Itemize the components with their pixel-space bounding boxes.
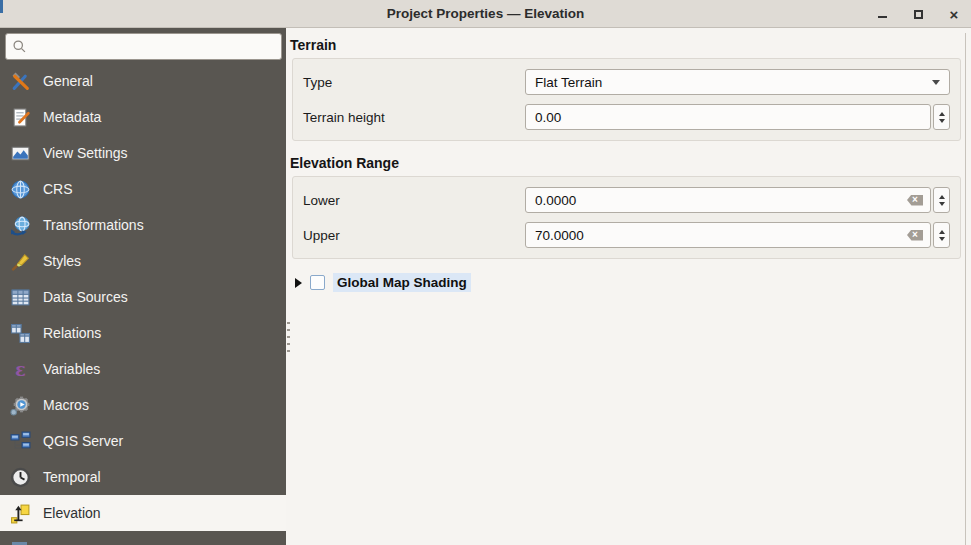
elevation-range-header: Elevation Range: [290, 155, 961, 171]
sidebar: GeneralMetadataView SettingsCRSTransform…: [0, 28, 286, 545]
clear-icon[interactable]: ×: [907, 195, 923, 206]
lower-spinner[interactable]: [933, 187, 950, 213]
sidebar-item-transformations[interactable]: Transformations: [0, 207, 286, 243]
expander-arrow-icon[interactable]: [295, 278, 302, 288]
chevron-down-icon: [932, 80, 940, 85]
maximize-button[interactable]: [907, 3, 929, 25]
minimize-icon: [878, 16, 887, 18]
sidebar-item-data-sources[interactable]: Data Sources: [0, 279, 286, 315]
upper-row: Upper ×: [303, 222, 950, 248]
terrain-type-combobox[interactable]: Flat Terrain: [525, 69, 950, 95]
sidebar-item-label: Temporal: [43, 469, 101, 485]
terrain-type-value: Flat Terrain: [535, 75, 602, 90]
server-icon: [9, 430, 31, 452]
project-properties-dialog: { "window": { "title": "Project Properti…: [0, 0, 971, 545]
lower-input[interactable]: [526, 193, 907, 208]
tools-icon: [9, 70, 31, 92]
window-controls: ×: [871, 0, 965, 28]
sidebar-item-label: Metadata: [43, 109, 101, 125]
sidebar-item-label: CRS: [43, 181, 73, 197]
epsilon-icon: ε: [9, 358, 31, 380]
search-input[interactable]: [31, 39, 275, 54]
sidebar-item-qgis-server[interactable]: QGIS Server: [0, 423, 286, 459]
sidebar-nav: GeneralMetadataView SettingsCRSTransform…: [0, 63, 286, 531]
search-icon: [12, 39, 27, 54]
sidebar-splitter-handle[interactable]: [287, 322, 290, 356]
globe-arrows-icon: [9, 214, 31, 236]
globe-icon: [9, 178, 31, 200]
elevation-range-groupbox: Lower × Upper ×: [292, 176, 961, 259]
terrain-height-spinner[interactable]: [933, 104, 950, 130]
type-control-area: Flat Terrain: [525, 69, 950, 95]
sidebar-item-metadata[interactable]: Metadata: [0, 99, 286, 135]
tables-icon: [9, 322, 31, 344]
maximize-icon: [914, 10, 923, 19]
upper-spinner[interactable]: [933, 222, 950, 248]
sidebar-item-label: Elevation: [43, 505, 101, 521]
sidebar-item-relations[interactable]: Relations: [0, 315, 286, 351]
titlebar: Project Properties — Elevation ×: [0, 0, 971, 28]
svg-text:ε: ε: [15, 359, 26, 380]
terrain-header: Terrain: [290, 37, 961, 53]
view-settings-icon: [9, 142, 31, 164]
sidebar-item-label: View Settings: [43, 145, 128, 161]
content-panel: Terrain Type Flat Terrain Terrain height: [286, 28, 971, 545]
close-icon: ×: [950, 7, 959, 22]
sidebar-item-temporal[interactable]: Temporal: [0, 459, 286, 495]
spin-up-icon[interactable]: [939, 112, 945, 116]
global-map-shading-checkbox[interactable]: [310, 275, 325, 290]
global-map-shading-label[interactable]: Global Map Shading: [333, 273, 471, 292]
window-title: Project Properties — Elevation: [0, 6, 971, 21]
spin-down-icon[interactable]: [939, 202, 945, 206]
terrain-groupbox: Type Flat Terrain Terrain height: [292, 58, 961, 141]
terrain-height-label: Terrain height: [303, 110, 525, 125]
paintbrush-icon: [9, 250, 31, 272]
type-label: Type: [303, 75, 525, 90]
upper-control-area: ×: [525, 222, 950, 248]
sidebar-item-macros[interactable]: Macros: [0, 387, 286, 423]
sidebar-item-label: Relations: [43, 325, 101, 341]
sidebar-item-label: QGIS Server: [43, 433, 123, 449]
lower-control-area: ×: [525, 187, 950, 213]
spin-down-icon[interactable]: [939, 119, 945, 123]
terrain-height-control-area: [525, 104, 950, 130]
spin-up-icon[interactable]: [939, 230, 945, 234]
sidebar-item-elevation[interactable]: Elevation: [0, 495, 286, 531]
lower-row: Lower ×: [303, 187, 950, 213]
clear-icon[interactable]: ×: [907, 230, 923, 241]
sidebar-item-label: General: [43, 73, 93, 89]
sidebar-item-view-settings[interactable]: View Settings: [0, 135, 286, 171]
elevation-icon: [9, 502, 31, 524]
global-map-shading-row: Global Map Shading: [295, 273, 961, 292]
table-icon: [9, 286, 31, 308]
minimize-button[interactable]: [871, 3, 893, 25]
spin-up-icon[interactable]: [939, 195, 945, 199]
sidebar-item-label: Data Sources: [43, 289, 128, 305]
spin-down-icon[interactable]: [939, 237, 945, 241]
sidebar-item-general[interactable]: General: [0, 63, 286, 99]
lower-field: ×: [525, 187, 931, 213]
upper-field: ×: [525, 222, 931, 248]
close-button[interactable]: ×: [943, 3, 965, 25]
terrain-height-field: [525, 104, 931, 130]
sidebar-item-label: Macros: [43, 397, 89, 413]
sidebar-item-label: Transformations: [43, 217, 144, 233]
sidebar-item-variables[interactable]: εVariables: [0, 351, 286, 387]
search-wrap: [0, 28, 286, 60]
sidebar-item-crs[interactable]: CRS: [0, 171, 286, 207]
sidebar-item-label: Variables: [43, 361, 100, 377]
upper-input[interactable]: [526, 228, 907, 243]
upper-label: Upper: [303, 228, 525, 243]
scroll-area-border: [965, 33, 966, 545]
clock-icon: [9, 466, 31, 488]
terrain-height-input[interactable]: [526, 110, 926, 125]
lower-label: Lower: [303, 193, 525, 208]
terrain-height-row: Terrain height: [303, 104, 950, 130]
sidebar-item-label: Styles: [43, 253, 81, 269]
metadata-icon: [9, 106, 31, 128]
sidebar-item-styles[interactable]: Styles: [0, 243, 286, 279]
terrain-type-row: Type Flat Terrain: [303, 69, 950, 95]
search-box: [5, 33, 282, 60]
gear-play-icon: [9, 394, 31, 416]
main-area: GeneralMetadataView SettingsCRSTransform…: [0, 28, 971, 545]
